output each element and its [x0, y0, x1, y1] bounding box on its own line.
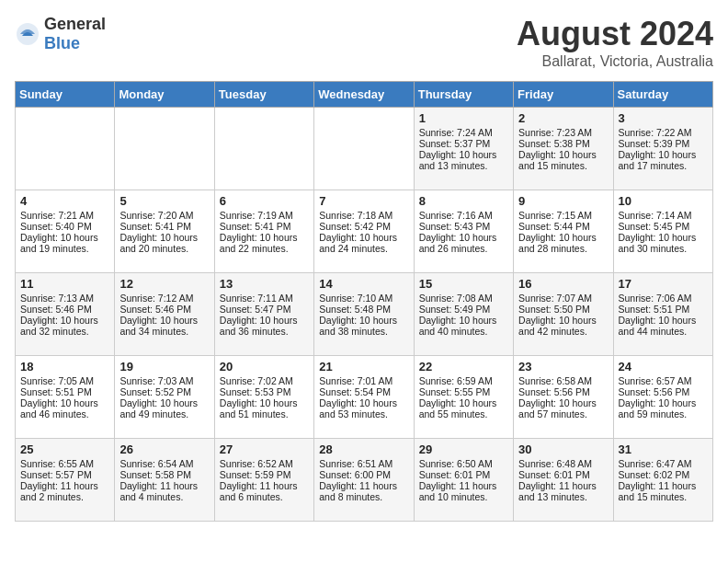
sunrise-text: Sunrise: 6:54 AM	[119, 458, 193, 469]
day-cell: 16Sunrise: 7:07 AMSunset: 5:50 PMDayligh…	[514, 273, 613, 356]
sunrise-text: Sunrise: 6:50 AM	[419, 458, 493, 469]
day-cell: 5Sunrise: 7:20 AMSunset: 5:41 PMDaylight…	[115, 190, 214, 273]
week-row-1: 1Sunrise: 7:24 AMSunset: 5:37 PMDaylight…	[16, 108, 713, 190]
day-cell: 24Sunrise: 6:57 AMSunset: 5:56 PMDayligh…	[613, 356, 712, 439]
daylight-text: Daylight: 10 hours and 40 minutes.	[419, 315, 497, 337]
day-cell: 15Sunrise: 7:08 AMSunset: 5:49 PMDayligh…	[414, 273, 513, 356]
day-cell: 17Sunrise: 7:06 AMSunset: 5:51 PMDayligh…	[613, 273, 712, 356]
day-cell: 6Sunrise: 7:19 AMSunset: 5:41 PMDaylight…	[214, 190, 313, 273]
sunset-text: Sunset: 5:48 PM	[319, 304, 391, 315]
sunset-text: Sunset: 5:53 PM	[220, 386, 291, 397]
sunset-text: Sunset: 5:52 PM	[119, 386, 191, 397]
sunset-text: Sunset: 5:58 PM	[119, 469, 191, 480]
day-cell: 7Sunrise: 7:18 AMSunset: 5:42 PMDaylight…	[314, 190, 414, 273]
day-number: 13	[220, 277, 309, 291]
day-number: 16	[518, 277, 608, 291]
day-number: 30	[518, 442, 608, 456]
sunrise-text: Sunrise: 7:06 AM	[619, 293, 692, 304]
daylight-text: Daylight: 10 hours and 49 minutes.	[119, 397, 198, 419]
day-header-wednesday: Wednesday	[314, 82, 414, 108]
logo: General Blue	[15, 15, 106, 53]
daylight-text: Daylight: 10 hours and 53 minutes.	[319, 397, 397, 419]
day-cell: 10Sunrise: 7:14 AMSunset: 5:45 PMDayligh…	[613, 190, 712, 273]
day-header-friday: Friday	[514, 82, 613, 108]
day-number: 11	[20, 277, 109, 291]
sunset-text: Sunset: 5:59 PM	[220, 469, 291, 480]
calendar-title: August 2024	[517, 15, 713, 53]
sunset-text: Sunset: 5:51 PM	[20, 386, 92, 397]
sunrise-text: Sunrise: 7:19 AM	[220, 210, 293, 221]
daylight-text: Daylight: 10 hours and 34 minutes.	[119, 315, 198, 337]
day-number: 24	[619, 360, 708, 373]
day-header-monday: Monday	[115, 82, 214, 108]
daylight-text: Daylight: 10 hours and 44 minutes.	[619, 315, 697, 337]
day-cell: 28Sunrise: 6:51 AMSunset: 6:00 PMDayligh…	[314, 439, 414, 522]
day-cell: 4Sunrise: 7:21 AMSunset: 5:40 PMDaylight…	[16, 190, 115, 273]
day-cell: 19Sunrise: 7:03 AMSunset: 5:52 PMDayligh…	[115, 356, 214, 439]
sunset-text: Sunset: 6:00 PM	[319, 469, 391, 480]
sunset-text: Sunset: 5:56 PM	[518, 386, 590, 397]
sunrise-text: Sunrise: 6:57 AM	[619, 375, 692, 386]
daylight-text: Daylight: 10 hours and 57 minutes.	[518, 397, 597, 419]
day-number: 7	[319, 194, 408, 208]
day-number: 17	[619, 277, 708, 291]
sunset-text: Sunset: 5:41 PM	[220, 221, 291, 232]
day-cell: 22Sunrise: 6:59 AMSunset: 5:55 PMDayligh…	[414, 356, 513, 439]
day-number: 26	[119, 442, 209, 456]
daylight-text: Daylight: 10 hours and 13 minutes.	[419, 149, 497, 171]
sunset-text: Sunset: 5:45 PM	[619, 221, 690, 232]
day-header-thursday: Thursday	[414, 82, 513, 108]
sunrise-text: Sunrise: 7:14 AM	[619, 210, 692, 221]
week-row-5: 25Sunrise: 6:55 AMSunset: 5:57 PMDayligh…	[16, 439, 713, 522]
daylight-text: Daylight: 10 hours and 59 minutes.	[619, 397, 697, 419]
sunrise-text: Sunrise: 6:55 AM	[20, 458, 94, 469]
sunrise-text: Sunrise: 7:11 AM	[220, 293, 293, 304]
daylight-text: Daylight: 10 hours and 55 minutes.	[419, 397, 497, 419]
week-row-4: 18Sunrise: 7:05 AMSunset: 5:51 PMDayligh…	[16, 356, 713, 439]
daylight-text: Daylight: 10 hours and 32 minutes.	[20, 315, 98, 337]
sunrise-text: Sunrise: 7:08 AM	[419, 293, 493, 304]
logo-icon	[15, 21, 40, 47]
daylight-text: Daylight: 10 hours and 51 minutes.	[220, 397, 298, 419]
day-cell: 12Sunrise: 7:12 AMSunset: 5:46 PMDayligh…	[115, 273, 214, 356]
day-cell	[214, 108, 313, 190]
daylight-text: Daylight: 11 hours and 10 minutes.	[419, 480, 497, 502]
sunrise-text: Sunrise: 7:01 AM	[319, 375, 392, 386]
sunset-text: Sunset: 5:51 PM	[619, 304, 690, 315]
daylight-text: Daylight: 10 hours and 20 minutes.	[119, 232, 198, 254]
day-number: 22	[419, 360, 508, 373]
day-cell: 31Sunrise: 6:47 AMSunset: 6:02 PMDayligh…	[613, 439, 712, 522]
sunrise-text: Sunrise: 7:16 AM	[419, 210, 493, 221]
logo-blue: Blue	[44, 34, 80, 52]
daylight-text: Daylight: 11 hours and 8 minutes.	[319, 480, 397, 502]
day-cell: 25Sunrise: 6:55 AMSunset: 5:57 PMDayligh…	[16, 439, 115, 522]
day-header-sunday: Sunday	[16, 82, 115, 108]
daylight-text: Daylight: 10 hours and 22 minutes.	[220, 232, 298, 254]
day-number: 2	[518, 111, 608, 125]
sunrise-text: Sunrise: 7:03 AM	[119, 375, 193, 386]
day-cell: 18Sunrise: 7:05 AMSunset: 5:51 PMDayligh…	[16, 356, 115, 439]
day-cell: 23Sunrise: 6:58 AMSunset: 5:56 PMDayligh…	[514, 356, 613, 439]
day-cell: 21Sunrise: 7:01 AMSunset: 5:54 PMDayligh…	[314, 356, 414, 439]
sunrise-text: Sunrise: 7:24 AM	[419, 127, 493, 138]
daylight-text: Daylight: 10 hours and 46 minutes.	[20, 397, 98, 419]
day-number: 27	[220, 442, 309, 456]
day-cell: 11Sunrise: 7:13 AMSunset: 5:46 PMDayligh…	[16, 273, 115, 356]
day-cell: 2Sunrise: 7:23 AMSunset: 5:38 PMDaylight…	[514, 108, 613, 190]
sunset-text: Sunset: 5:47 PM	[220, 304, 291, 315]
logo-general: General	[44, 15, 106, 33]
sunset-text: Sunset: 5:40 PM	[20, 221, 92, 232]
sunset-text: Sunset: 5:46 PM	[119, 304, 191, 315]
day-number: 19	[119, 360, 209, 373]
daylight-text: Daylight: 10 hours and 19 minutes.	[20, 232, 98, 254]
sunset-text: Sunset: 5:56 PM	[619, 386, 690, 397]
day-cell	[115, 108, 214, 190]
sunset-text: Sunset: 5:42 PM	[319, 221, 391, 232]
day-number: 8	[419, 194, 508, 208]
week-row-3: 11Sunrise: 7:13 AMSunset: 5:46 PMDayligh…	[16, 273, 713, 356]
day-cell: 20Sunrise: 7:02 AMSunset: 5:53 PMDayligh…	[214, 356, 313, 439]
sunset-text: Sunset: 5:46 PM	[20, 304, 92, 315]
sunset-text: Sunset: 5:57 PM	[20, 469, 92, 480]
day-cell: 13Sunrise: 7:11 AMSunset: 5:47 PMDayligh…	[214, 273, 313, 356]
sunrise-text: Sunrise: 6:59 AM	[419, 375, 493, 386]
